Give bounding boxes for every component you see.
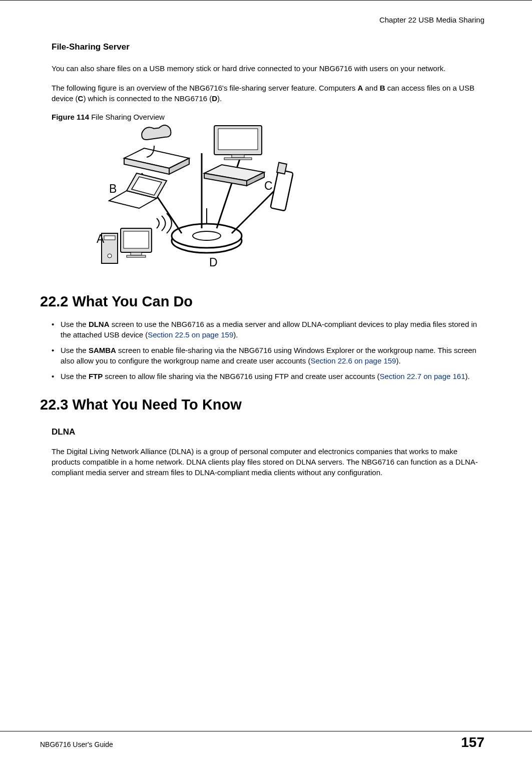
text: ). xyxy=(396,356,400,365)
figure-label-b: B xyxy=(109,182,117,196)
network-diagram-svg xyxy=(82,123,334,273)
section-22-2-heading: 22.2 What You Can Do xyxy=(40,293,484,310)
file-sharing-heading: File-Sharing Server xyxy=(52,42,484,52)
svg-rect-13 xyxy=(131,252,142,255)
xref-link[interactable]: Section 22.6 on page 159 xyxy=(310,356,396,365)
text: Use the xyxy=(61,320,89,328)
xref-link[interactable]: Section 22.7 on page 161 xyxy=(380,372,465,380)
svg-line-6 xyxy=(217,153,242,228)
svg-point-1 xyxy=(172,224,242,248)
text: screen to allow file sharing via the NBG… xyxy=(103,372,379,380)
dlna-paragraph: The Digital Living Network Alliance (DLN… xyxy=(52,446,484,478)
paragraph-fs-1: You can also share files on a USB memory… xyxy=(52,63,484,74)
page: Chapter 22 USB Media Sharing File-Sharin… xyxy=(0,0,532,763)
term-ftp: FTP xyxy=(89,372,103,380)
svg-rect-20 xyxy=(277,163,287,174)
text: The following figure is an overview of t… xyxy=(52,84,357,92)
figure-label-a: A xyxy=(97,232,104,246)
text: screen to enable file-sharing via the NB… xyxy=(61,346,476,365)
figure-label-c: C xyxy=(264,179,273,193)
figure-label-d: D xyxy=(209,256,218,269)
paragraph-fs-2: The following figure is an overview of t… xyxy=(52,83,484,104)
figure-diagram: B A C D xyxy=(82,123,334,273)
label-a: A xyxy=(357,84,363,92)
text: Use the xyxy=(61,346,89,354)
text: screen to use the NBG6716 as a media ser… xyxy=(61,320,477,339)
chapter-header: Chapter 22 USB Media Sharing xyxy=(40,16,484,24)
label-d: D xyxy=(212,94,217,103)
figure-caption: Figure 114 File Sharing Overview xyxy=(52,113,484,121)
svg-rect-16 xyxy=(218,129,258,150)
svg-rect-9 xyxy=(104,236,115,240)
text: and xyxy=(363,84,379,92)
page-footer: NBG6716 User's Guide 157 xyxy=(0,731,532,750)
svg-rect-18 xyxy=(224,158,252,160)
svg-rect-19 xyxy=(270,170,293,211)
text: Use the xyxy=(61,372,89,380)
term-dlna: DLNA xyxy=(89,320,110,328)
xref-link[interactable]: Section 22.5 on page 159 xyxy=(148,330,233,339)
content-area: File-Sharing Server You can also share f… xyxy=(40,42,484,478)
footer-page-number: 157 xyxy=(461,734,484,750)
figure-title: File Sharing Overview xyxy=(89,113,165,121)
text: ). xyxy=(217,94,222,103)
section-22-3-heading: 22.3 What You Need To Know xyxy=(40,397,484,413)
list-item: Use the FTP screen to allow file sharing… xyxy=(52,371,484,381)
list-item: Use the SAMBA screen to enable file-shar… xyxy=(52,345,484,366)
list-item: Use the DLNA screen to use the NBG6716 a… xyxy=(52,319,484,340)
footer-guide-name: NBG6716 User's Guide xyxy=(40,740,113,748)
label-b: B xyxy=(380,84,385,92)
text: ). xyxy=(465,372,470,380)
term-samba: SAMBA xyxy=(89,346,116,354)
svg-rect-17 xyxy=(232,155,244,158)
text: ) which is connected to the NBG6716 ( xyxy=(83,94,212,103)
what-you-can-do-list: Use the DLNA screen to use the NBG6716 a… xyxy=(52,319,484,381)
svg-rect-14 xyxy=(127,255,146,257)
text: ). xyxy=(233,330,238,339)
dlna-heading: DLNA xyxy=(52,427,484,437)
svg-point-10 xyxy=(108,254,112,258)
svg-rect-12 xyxy=(124,231,149,248)
figure-number: Figure 114 xyxy=(52,113,89,121)
label-c: C xyxy=(78,94,84,103)
